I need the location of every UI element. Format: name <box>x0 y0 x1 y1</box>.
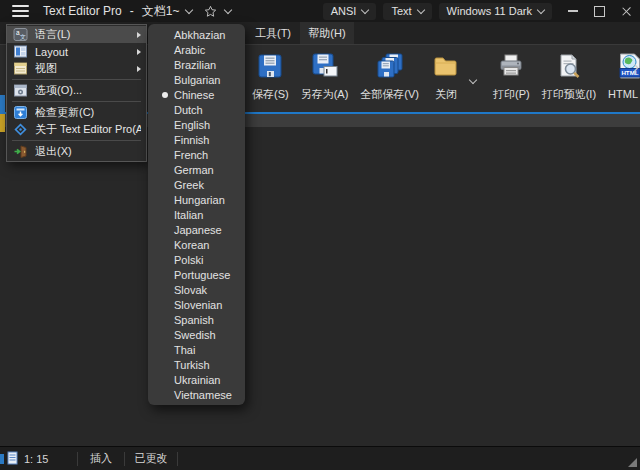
toolbar-button-label: 另存为(A) <box>301 87 349 102</box>
menu-item-layout[interactable]: Layout <box>7 43 146 60</box>
layout-icon <box>13 44 28 59</box>
app-window: Text Editor Pro - 文档1~ ANSI Text Windows… <box>0 0 640 470</box>
chevron-down-icon <box>537 6 545 14</box>
language-item-brazilian[interactable]: Brazilian <box>148 57 245 72</box>
language-item-label: Brazilian <box>174 59 216 71</box>
minimize-button[interactable] <box>559 0 586 22</box>
language-item-vietnamese[interactable]: Vietnamese <box>148 387 245 402</box>
svg-text:文: 文 <box>20 33 26 40</box>
language-item-dutch[interactable]: Dutch <box>148 102 245 117</box>
tab-help[interactable]: 帮助(H) <box>300 22 354 44</box>
language-item-label: Finnish <box>174 134 209 146</box>
language-item-chinese[interactable]: Chinese <box>148 87 245 102</box>
menu-item-label: 语言(L) <box>35 27 130 42</box>
resize-grip[interactable] <box>628 458 637 467</box>
document-icon <box>7 451 19 467</box>
language-item-label: German <box>174 164 214 176</box>
language-item-turkish[interactable]: Turkish <box>148 357 245 372</box>
save-all-icon <box>375 51 405 81</box>
toolbar-button-label: 全部保存(V) <box>360 87 419 102</box>
toolbar-overflow-chevron-icon[interactable]: › <box>633 60 639 74</box>
language-item-english[interactable]: English <box>148 117 245 132</box>
language-item-thai[interactable]: Thai <box>148 342 245 357</box>
statusbar-separator <box>177 452 178 466</box>
toolbar-button-label: 保存(S) <box>252 87 289 102</box>
language-item-bulgarian[interactable]: Bulgarian <box>148 72 245 87</box>
menu-item-view[interactable]: 视图 <box>7 60 146 77</box>
language-item-italian[interactable]: Italian <box>148 207 245 222</box>
insert-mode-label: 插入 <box>78 451 124 466</box>
folder-icon <box>431 51 461 81</box>
menu-separator <box>12 79 141 80</box>
exit-icon <box>13 144 28 159</box>
language-item-label: Greek <box>174 179 204 191</box>
language-item-label: Polski <box>174 254 203 266</box>
theme-selector[interactable]: Windows 11 Dark <box>439 3 552 20</box>
caret-position: 1: 15 <box>0 451 77 467</box>
toolbar-button-close-file[interactable]: 关闭 <box>425 45 467 102</box>
encoding-label: ANSI <box>331 5 357 17</box>
options-icon <box>13 83 28 98</box>
menu-separator <box>12 140 141 141</box>
language-item-korean[interactable]: Korean <box>148 237 245 252</box>
language-item-slovak[interactable]: Slovak <box>148 282 245 297</box>
toolbar-button-print-preview[interactable]: 打印预览(I) <box>536 45 602 102</box>
language-item-finnish[interactable]: Finnish <box>148 132 245 147</box>
language-submenu: AbkhazianArabicBrazilianBulgarianChinese… <box>148 24 245 405</box>
language-item-swedish[interactable]: Swedish <box>148 327 245 342</box>
menu-item-label: 视图 <box>35 61 130 76</box>
selected-dot-icon <box>162 92 168 98</box>
minimize-icon <box>568 10 578 12</box>
menu-item-label: Layout <box>35 46 130 58</box>
menu-item-about[interactable]: 关于 Text Editor Pro(A) <box>7 121 146 138</box>
language-item-arabic[interactable]: Arabic <box>148 42 245 57</box>
document-name: 文档1~ <box>142 3 180 20</box>
chevron-down-icon[interactable] <box>224 6 232 14</box>
language-item-label: Arabic <box>174 44 205 56</box>
maximize-button[interactable] <box>586 0 613 22</box>
language-item-label: Spanish <box>174 314 214 326</box>
title-separator: - <box>130 4 134 18</box>
submenu-arrow-icon <box>137 49 141 55</box>
toolbar-button-save-as[interactable]: 另存为(A) <box>295 45 355 102</box>
encoding-selector[interactable]: ANSI <box>323 3 377 20</box>
language-item-label: Turkish <box>174 359 210 371</box>
language-item-german[interactable]: German <box>148 162 245 177</box>
toolbar-button-save[interactable]: 保存(S) <box>246 45 295 102</box>
tab-tools[interactable]: 工具(T) <box>246 22 300 44</box>
submenu-arrow-icon <box>137 32 141 38</box>
toolbar-button-label: 打印(P) <box>493 87 530 102</box>
toolbar-dropdown-chevron-icon[interactable] <box>467 71 479 89</box>
edge-marker-blue <box>0 95 5 114</box>
editor-area[interactable] <box>0 127 640 446</box>
language-item-slovenian[interactable]: Slovenian <box>148 297 245 312</box>
radio-bullet <box>156 92 174 98</box>
titlebar-right: ANSI Text Windows 11 Dark <box>323 0 640 22</box>
close-button[interactable] <box>613 0 640 22</box>
language-item-hungarian[interactable]: Hungarian <box>148 192 245 207</box>
app-title: Text Editor Pro <box>43 4 122 18</box>
menu-item-exit[interactable]: 退出(X) <box>7 143 146 160</box>
language-item-ukrainian[interactable]: Ukrainian <box>148 372 245 387</box>
language-item-polski[interactable]: Polski <box>148 252 245 267</box>
language-item-spanish[interactable]: Spanish <box>148 312 245 327</box>
menu-item-language[interactable]: a文语言(L) <box>7 26 146 43</box>
menu-item-label: 检查更新(C) <box>35 105 141 120</box>
toolbar-button-save-all[interactable]: 全部保存(V) <box>354 45 425 102</box>
hamburger-menu-icon[interactable] <box>12 5 29 17</box>
language-item-label: Korean <box>174 239 209 251</box>
toolbar-button-print[interactable]: 打印(P) <box>487 45 536 102</box>
language-item-french[interactable]: French <box>148 147 245 162</box>
theme-label: Windows 11 Dark <box>447 5 532 17</box>
maximize-icon <box>594 6 605 17</box>
star-icon[interactable] <box>204 5 217 18</box>
language-item-abkhazian[interactable]: Abkhazian <box>148 27 245 42</box>
document-selector[interactable]: 文档1~ <box>142 3 193 20</box>
chevron-down-icon <box>416 6 424 14</box>
language-item-greek[interactable]: Greek <box>148 177 245 192</box>
menu-item-options[interactable]: 选项(O)... <box>7 82 146 99</box>
filetype-selector[interactable]: Text <box>383 3 431 20</box>
language-item-japanese[interactable]: Japanese <box>148 222 245 237</box>
menu-item-check-updates[interactable]: 检查更新(C) <box>7 104 146 121</box>
language-item-portuguese[interactable]: Portuguese <box>148 267 245 282</box>
